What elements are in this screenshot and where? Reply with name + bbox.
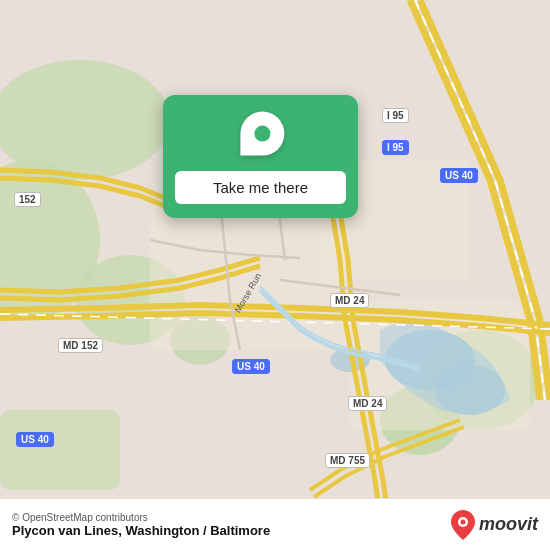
location-pin-icon [240,112,284,156]
road-label-i95-2: I 95 [382,140,409,155]
bottom-bar-info: © OpenStreetMap contributors Plycon van … [12,512,270,538]
road-label-us40-bottom: US 40 [232,359,270,374]
moovit-brand-text: moovit [479,514,538,535]
map-svg [0,0,550,550]
road-label-md152: MD 152 [58,338,103,353]
osm-credit: © OpenStreetMap contributors [12,512,270,523]
road-label-md24-2: MD 24 [348,396,387,411]
svg-rect-6 [0,410,120,490]
svg-point-15 [460,519,465,524]
road-label-md24: MD 24 [330,293,369,308]
moovit-logo: moovit [451,510,538,540]
road-label-us40-left: US 40 [16,432,54,447]
popup-card: Take me there [163,95,358,218]
road-label-md755: MD 755 [325,453,370,468]
map-container: I 95 I 95 US 40 MD 24 MD 24 MD 152 US 40… [0,0,550,550]
pin-wrapper [228,102,293,167]
moovit-pin-icon [451,510,475,540]
bottom-bar: © OpenStreetMap contributors Plycon van … [0,498,550,550]
road-label-us40-right: US 40 [440,168,478,183]
take-me-there-button[interactable]: Take me there [175,171,346,204]
road-label-152: 152 [14,192,41,207]
road-label-i95-1: I 95 [382,108,409,123]
location-title: Plycon van Lines, Washington / Baltimore [12,523,270,538]
